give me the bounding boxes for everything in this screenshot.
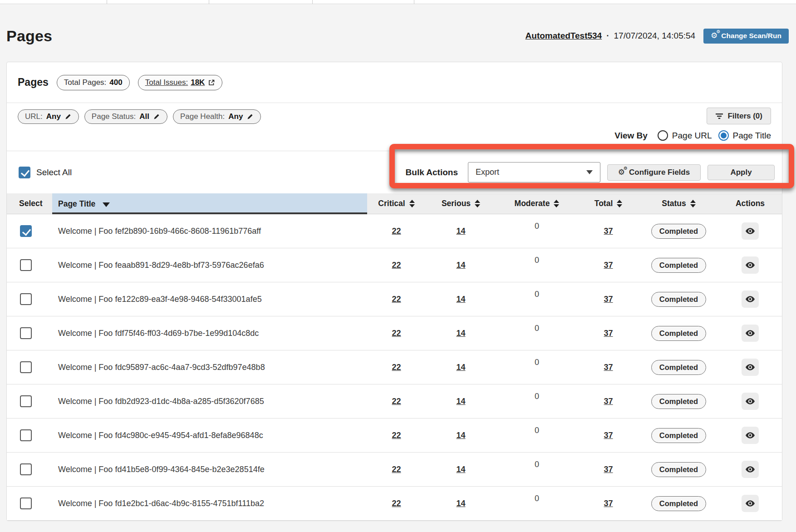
eye-icon <box>745 362 756 373</box>
panel-header: Pages Total Pages: 400 Total Issues: 18K <box>7 62 782 103</box>
total-count-link[interactable]: 37 <box>604 431 613 440</box>
total-count-link[interactable]: 37 <box>604 363 613 372</box>
total-count-link[interactable]: 37 <box>604 397 613 406</box>
view-page-button[interactable] <box>742 495 759 512</box>
scan-timestamp: 17/07/2024, 14:05:54 <box>614 31 696 41</box>
critical-count-link[interactable]: 22 <box>392 465 401 474</box>
bulk-action-dropdown[interactable]: Export <box>468 162 600 182</box>
total-count-link[interactable]: 37 <box>604 329 613 338</box>
page-title-text: Welcome | Foo fd4c980c-e945-4954-afd1-8e… <box>52 419 367 452</box>
total-count-link[interactable]: 37 <box>604 295 613 304</box>
pencil-icon <box>153 113 160 120</box>
view-by-group: View By Page URL Page Title <box>614 130 771 141</box>
view-page-button[interactable] <box>742 461 759 478</box>
serious-count-link[interactable]: 14 <box>456 499 465 508</box>
row-checkbox[interactable] <box>20 429 32 441</box>
table-row: Welcome | Foo fef2b890-16b9-466c-8608-11… <box>7 214 782 248</box>
total-issues-label: Total Issues: <box>145 78 188 87</box>
row-checkbox[interactable] <box>20 395 32 407</box>
change-scan-run-button[interactable]: ⚙⚙ Change Scan/Run <box>703 29 789 44</box>
row-checkbox[interactable] <box>20 327 32 339</box>
radio-unselected-icon[interactable] <box>658 130 668 141</box>
separator-dot: · <box>606 31 609 41</box>
serious-count-link[interactable]: 14 <box>456 363 465 372</box>
table-row: Welcome | Foo fdb2d923-d1dc-4b8a-a285-d5… <box>7 384 782 419</box>
total-count-link[interactable]: 37 <box>604 499 613 508</box>
column-header-serious[interactable]: Serious <box>426 193 496 214</box>
status-badge: Completed <box>651 292 706 307</box>
total-issues-value: 18K <box>191 78 205 87</box>
row-checkbox[interactable] <box>20 259 32 271</box>
moderate-count: 0 <box>535 460 539 469</box>
radio-selected-icon[interactable] <box>718 130 729 141</box>
view-page-button[interactable] <box>742 256 759 274</box>
eye-icon <box>745 226 756 236</box>
total-issues-badge[interactable]: Total Issues: 18K <box>138 75 223 90</box>
view-page-button[interactable] <box>742 291 759 308</box>
view-by-option-page-url[interactable]: Page URL <box>658 130 712 141</box>
radio-label: Page URL <box>672 131 712 141</box>
filters-button[interactable]: Filters (0) <box>707 108 771 124</box>
divider <box>209 0 209 4</box>
critical-count-link[interactable]: 22 <box>392 363 401 372</box>
page-title-text: Welcome | Foo fd1e2bc1-d6ac-4b9c-8155-47… <box>52 487 367 520</box>
filters-band: URL: Any Page Status: All Page Health: A… <box>7 103 782 151</box>
filter-chip-page-status[interactable]: Page Status: All <box>84 109 167 124</box>
table-row: Welcome | Foo fe122c89-ea3f-4e98-9468-54… <box>7 282 782 316</box>
page-title-text: Welcome | Foo fdc95897-ac6c-4aa7-9cd3-52… <box>52 350 367 384</box>
serious-count-link[interactable]: 14 <box>456 261 465 270</box>
column-header-critical[interactable]: Critical <box>367 193 426 214</box>
serious-count-link[interactable]: 14 <box>456 465 465 474</box>
moderate-count: 0 <box>535 222 539 231</box>
row-checkbox[interactable] <box>20 225 32 237</box>
column-header-select: Select <box>7 193 52 214</box>
critical-count-link[interactable]: 22 <box>392 499 401 508</box>
serious-count-link[interactable]: 14 <box>456 227 465 236</box>
critical-count-link[interactable]: 22 <box>392 227 401 236</box>
divider <box>414 0 414 4</box>
total-count-link[interactable]: 37 <box>604 261 613 270</box>
row-checkbox[interactable] <box>20 293 32 305</box>
select-all-control[interactable]: Select All <box>19 167 72 178</box>
row-checkbox[interactable] <box>20 361 32 373</box>
critical-count-link[interactable]: 22 <box>392 295 401 304</box>
scan-name-link[interactable]: AutomatedTest534 <box>526 31 602 41</box>
column-header-total[interactable]: Total <box>578 193 639 214</box>
apply-button[interactable]: Apply <box>708 165 775 180</box>
table-row: Welcome | Foo fd41b5e8-0f99-4364-845e-b2… <box>7 453 782 487</box>
serious-count-link[interactable]: 14 <box>456 431 465 440</box>
serious-count-link[interactable]: 14 <box>456 295 465 304</box>
divider <box>312 0 313 4</box>
eye-icon <box>745 294 756 305</box>
row-checkbox[interactable] <box>20 463 32 475</box>
row-checkbox[interactable] <box>20 498 32 509</box>
critical-count-link[interactable]: 22 <box>392 329 401 338</box>
configure-fields-button[interactable]: ⚙⚙ Configure Fields <box>607 164 701 181</box>
view-by-option-page-title[interactable]: Page Title <box>718 130 771 141</box>
view-page-button[interactable] <box>742 359 759 376</box>
column-header-page-title[interactable]: Page Title <box>52 193 367 214</box>
filter-chip-url[interactable]: URL: Any <box>18 109 79 124</box>
sort-descending-icon <box>103 202 110 207</box>
table-row: Welcome | Foo fd4c980c-e945-4954-afd1-8e… <box>7 419 782 453</box>
chip-value: Any <box>46 112 61 121</box>
critical-count-link[interactable]: 22 <box>392 261 401 270</box>
status-badge: Completed <box>651 462 706 477</box>
column-header-status[interactable]: Status <box>639 193 718 214</box>
view-page-button[interactable] <box>742 325 759 342</box>
table-row: Welcome | Foo feaab891-8d29-4e8b-bf73-59… <box>7 248 782 282</box>
serious-count-link[interactable]: 14 <box>456 329 465 338</box>
view-page-button[interactable] <box>742 222 759 240</box>
view-page-button[interactable] <box>742 393 759 410</box>
critical-count-link[interactable]: 22 <box>392 397 401 406</box>
view-page-button[interactable] <box>742 427 759 444</box>
column-header-moderate[interactable]: Moderate <box>496 193 578 214</box>
filter-chip-page-health[interactable]: Page Health: Any <box>173 109 261 124</box>
select-all-checkbox[interactable] <box>19 167 30 178</box>
critical-count-link[interactable]: 22 <box>392 431 401 440</box>
pencil-icon <box>64 113 72 120</box>
total-count-link[interactable]: 37 <box>604 227 613 236</box>
chip-label: URL: <box>25 112 43 121</box>
serious-count-link[interactable]: 14 <box>456 397 465 406</box>
total-count-link[interactable]: 37 <box>604 465 613 474</box>
